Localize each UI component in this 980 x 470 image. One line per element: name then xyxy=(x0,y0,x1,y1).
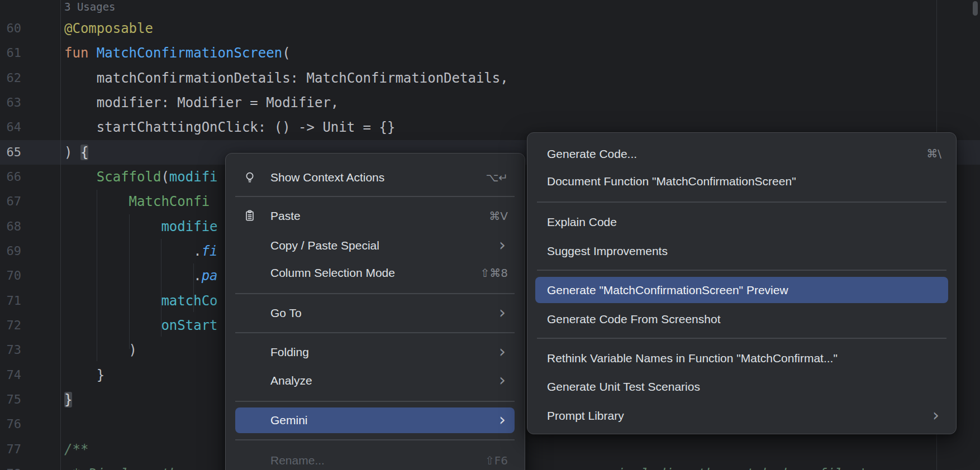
code-token: { xyxy=(80,145,88,160)
code-token xyxy=(88,45,96,61)
code-token xyxy=(64,219,161,234)
menu-item-label: Rethink Variable Names in Function "Matc… xyxy=(547,352,838,365)
menu-item-show-context-actions[interactable]: Show Context Actions ⌥↵ xyxy=(235,165,515,190)
menu-item-prompt-library[interactable]: Prompt Library › xyxy=(535,402,948,429)
menu-separator xyxy=(235,439,515,440)
code-line: .pa xyxy=(64,263,218,288)
menu-separator xyxy=(537,338,946,339)
menu-item-label: Column Selection Mode xyxy=(270,266,395,279)
code-token: modifier: Modifier = Modifier, xyxy=(64,95,339,111)
menu-item-suggest-improvements[interactable]: Suggest Improvements xyxy=(535,238,948,264)
menu-item-column-selection-mode[interactable]: Column Selection Mode ⇧⌘8 xyxy=(235,260,515,286)
vertical-scrollbar-thumb[interactable] xyxy=(973,1,978,16)
code-token: onStart xyxy=(161,318,217,333)
line-number: 69 xyxy=(0,239,21,263)
code-token: Scaffold xyxy=(97,169,161,185)
menu-item-label: Rename... xyxy=(270,454,325,467)
menu-item-generate-preview[interactable]: Generate "MatchConfirmationScreen" Previ… xyxy=(535,277,948,303)
code-token: modifi xyxy=(169,169,218,185)
menu-item-label: Paste xyxy=(270,209,301,222)
code-line: @Composable xyxy=(64,16,153,41)
code-token: ( xyxy=(161,169,169,185)
menu-item-label: Go To xyxy=(270,306,302,319)
menu-item-shortcut: ⇧F6 xyxy=(485,448,508,470)
code-line: modifie xyxy=(64,214,218,239)
menu-item-label: Show Context Actions xyxy=(270,171,384,184)
code-token: /** xyxy=(64,442,88,457)
code-line: } xyxy=(64,387,72,412)
code-line: MatchConfi xyxy=(64,189,210,214)
line-number: 68 xyxy=(0,214,21,239)
menu-item-explain-code[interactable]: Explain Code xyxy=(535,209,948,235)
code-line: } xyxy=(64,363,104,387)
code-line: .fi xyxy=(64,239,218,263)
line-number: 70 xyxy=(0,263,21,288)
code-token: matchCo xyxy=(161,293,217,309)
code-line: Scaffold(modifi xyxy=(64,165,218,189)
code-token: on screen, including the matched profile… xyxy=(528,466,948,470)
code-line: matchConfirmationDetails: MatchConfirmat… xyxy=(64,66,508,90)
code-token: . xyxy=(64,268,202,284)
code-token: ) xyxy=(64,342,137,358)
code-line: on screen, including the matched profile… xyxy=(528,462,948,470)
menu-item-document-function[interactable]: Document Function "MatchConfirmationScre… xyxy=(535,168,948,194)
line-number: 73 xyxy=(0,338,21,362)
menu-item-label: Generate Unit Test Scenarios xyxy=(547,380,700,393)
line-number: 61 xyxy=(0,41,21,65)
line-number: 62 xyxy=(0,66,21,90)
code-token: modifie xyxy=(161,219,217,234)
code-line: ) xyxy=(64,338,137,362)
menu-item-rename[interactable]: Rename... ⇧F6 xyxy=(235,448,515,470)
code-token: @Composable xyxy=(64,21,153,36)
menu-item-label: Analyze xyxy=(270,374,312,387)
menu-item-label: Generate "MatchConfirmationScreen" Previ… xyxy=(547,284,788,296)
ide-editor-screen: { "colors": { "editor_bg": "#1E1F22", "c… xyxy=(0,0,980,470)
menu-item-copy-paste-special[interactable]: Copy / Paste Special › xyxy=(235,233,515,258)
line-number: 74 xyxy=(0,363,21,387)
menu-separator xyxy=(235,401,515,402)
gemini-submenu: Generate Code... ⌘\ Document Function "M… xyxy=(527,132,957,434)
menu-item-shortcut: ⌘\ xyxy=(926,141,941,167)
menu-separator xyxy=(537,202,946,203)
gutter-separator xyxy=(60,0,61,470)
code-token: * Displays the ma xyxy=(64,466,210,470)
code-line: modifier: Modifier = Modifier, xyxy=(64,90,339,115)
menu-separator xyxy=(235,196,515,197)
menu-item-go-to[interactable]: Go To › xyxy=(235,300,515,326)
usages-inlay-hint[interactable]: 3 Usages xyxy=(64,0,116,13)
menu-item-paste[interactable]: Paste ⌘V xyxy=(235,203,515,229)
menu-item-rethink-variable-names[interactable]: Rethink Variable Names in Function "Matc… xyxy=(535,345,948,371)
menu-item-label: Copy / Paste Special xyxy=(270,239,379,252)
code-token xyxy=(64,293,161,309)
editor-context-menu: Show Context Actions ⌥↵ Paste ⌘V Copy / … xyxy=(225,153,525,470)
menu-item-label: Folding xyxy=(270,346,309,358)
menu-item-label: Prompt Library xyxy=(547,409,624,422)
code-token: } xyxy=(64,392,72,407)
line-number: 67 xyxy=(0,189,21,214)
code-token: matchConfirmationDetails: MatchConfirmat… xyxy=(64,70,508,86)
line-number: 66 xyxy=(0,165,21,189)
submenu-arrow-icon: › xyxy=(499,300,506,325)
menu-item-generate-code[interactable]: Generate Code... ⌘\ xyxy=(535,141,948,167)
code-token: ( xyxy=(282,45,290,61)
menu-separator xyxy=(235,332,515,333)
menu-item-shortcut: ⌘V xyxy=(489,203,508,229)
menu-item-folding[interactable]: Folding › xyxy=(235,339,515,365)
code-line: * Displays the ma xyxy=(64,462,210,470)
line-number: 77 xyxy=(0,437,21,462)
code-token: ) xyxy=(64,145,80,160)
line-number: 78 xyxy=(0,462,21,470)
menu-item-analyze[interactable]: Analyze › xyxy=(235,368,515,394)
code-token: . xyxy=(64,243,202,259)
menu-item-gemini[interactable]: Gemini › xyxy=(235,407,515,433)
submenu-arrow-icon: › xyxy=(499,232,506,258)
code-token: MatchConfi xyxy=(129,194,210,209)
code-token xyxy=(64,194,129,209)
code-line: matchCo xyxy=(64,289,218,313)
menu-item-generate-code-from-screenshot[interactable]: Generate Code From Screenshot xyxy=(535,306,948,332)
code-line: onStart xyxy=(64,313,218,338)
line-number: 65 xyxy=(0,140,21,165)
code-line: /** xyxy=(64,437,88,462)
menu-item-generate-unit-test-scenarios[interactable]: Generate Unit Test Scenarios xyxy=(535,373,948,400)
code-token: startChattingOnClick: () -> Unit = {} xyxy=(64,119,395,135)
